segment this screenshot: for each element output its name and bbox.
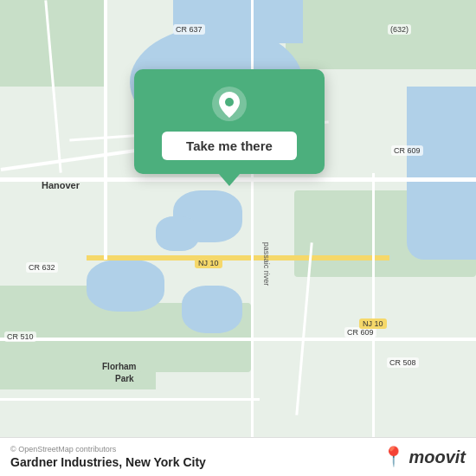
copyright-text: © OpenStreetMap contributors [10, 445, 206, 453]
bottom-left: © OpenStreetMap contributors Gardner Ind… [10, 445, 206, 469]
road-label-cr637: CR 637 [173, 24, 205, 35]
water-body [87, 260, 164, 312]
road-label-nj10a: NJ 10 [195, 258, 222, 268]
road-label-cr632: CR 632 [26, 262, 58, 273]
water-body [182, 286, 242, 333]
road-label-nj10b: NJ 10 [359, 318, 387, 329]
road-label-cr508: CR 508 [387, 357, 419, 368]
water-body-top [173, 0, 303, 43]
location-name: Gardner Industries, New York City [10, 455, 206, 469]
road-label-cr632b: (632) [388, 24, 411, 35]
road-label-cr609a: CR 609 [391, 145, 423, 156]
water-body [156, 216, 199, 251]
moovit-pin-icon: 📍 [382, 447, 405, 466]
river-label: passaic river [262, 242, 271, 286]
moovit-logo: 📍 moovit [382, 447, 466, 467]
town-label-hanover: Hanover [42, 180, 80, 190]
road-h4 [0, 398, 260, 401]
road-label-cr510: CR 510 [4, 331, 36, 342]
take-me-there-button[interactable]: Take me there [162, 132, 297, 160]
moovit-brand-text: moovit [408, 447, 466, 467]
water-body-right [407, 87, 476, 260]
map-container: CR 637 (632) CR 609 CR 609 CR 632 CR 510… [0, 0, 476, 476]
svg-point-1 [225, 98, 234, 106]
bottom-bar: © OpenStreetMap contributors Gardner Ind… [0, 437, 476, 476]
road-v1 [104, 0, 107, 260]
town-label-florham: Florham [102, 362, 136, 371]
green-area [286, 0, 476, 69]
popup-card: Take me there [134, 69, 325, 174]
road-h3 [0, 338, 476, 341]
road-nj10 [87, 255, 389, 261]
town-label-park: Park [115, 374, 134, 383]
location-pin-icon [210, 85, 248, 123]
